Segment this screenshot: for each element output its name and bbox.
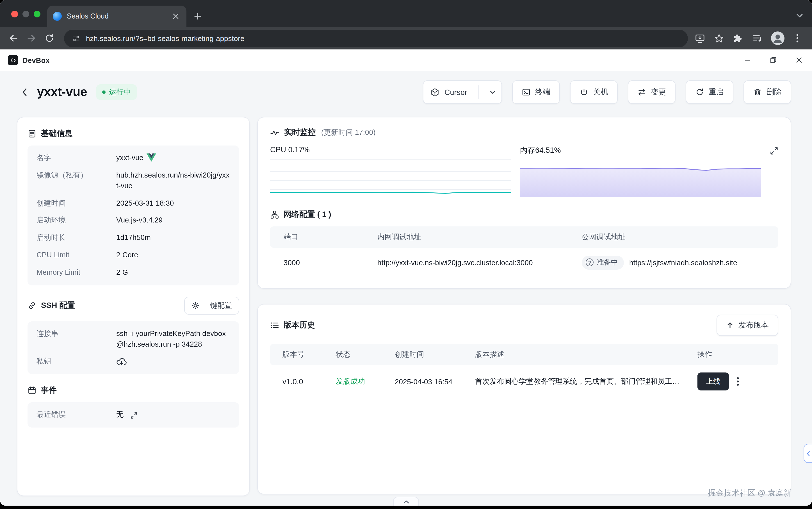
list-icon bbox=[270, 321, 279, 330]
version-history-card: 版本历史 发布版本 版本号 状态 创建时间 版本描述 操作 v1.0.0 bbox=[257, 304, 791, 495]
info-label: 私钥 bbox=[36, 357, 116, 367]
terminal-button[interactable]: 终端 bbox=[512, 80, 560, 104]
bookmark-star-icon[interactable] bbox=[714, 33, 725, 43]
vue-logo-icon bbox=[147, 154, 156, 162]
install-app-icon[interactable] bbox=[695, 33, 705, 43]
column-port: 端口 bbox=[284, 232, 377, 242]
expand-icon[interactable] bbox=[130, 411, 138, 419]
public-address-link[interactable]: https://jsjtswfniadh.sealoshzh.site bbox=[629, 258, 737, 267]
network-table: 端口 内网调试地址 公网调试地址 3000 http://yxxt-vue.ns… bbox=[270, 227, 778, 277]
url-text: hzh.sealos.run/?s=bd-sealos-marketing-ap… bbox=[86, 34, 244, 42]
devbox-title-bar: DevBox bbox=[0, 49, 812, 71]
side-panel-handle[interactable] bbox=[804, 444, 812, 463]
devbox-minimize-button[interactable] bbox=[735, 49, 760, 71]
profile-avatar[interactable] bbox=[771, 31, 784, 45]
column-description: 版本描述 bbox=[475, 349, 698, 360]
info-label: 连接串 bbox=[36, 329, 116, 350]
minimize-window-button[interactable] bbox=[23, 11, 29, 18]
ssh-connection-string: ssh -i yourPrivateKeyPath devbox@hzh.sea… bbox=[116, 329, 230, 350]
devbox-logo-icon bbox=[8, 55, 18, 65]
info-row: 最近错误 无 bbox=[36, 410, 230, 420]
back-button[interactable] bbox=[4, 29, 23, 47]
cursor-cube-icon bbox=[430, 88, 440, 97]
expand-monitor-icon[interactable] bbox=[770, 147, 778, 155]
column-public-address: 公网调试地址 bbox=[582, 232, 765, 242]
chevron-down-icon bbox=[489, 90, 496, 94]
new-tab-button[interactable] bbox=[190, 8, 206, 24]
delete-button[interactable]: 删除 bbox=[743, 80, 791, 104]
page-back-button[interactable] bbox=[17, 84, 33, 100]
go-online-button[interactable]: 上线 bbox=[698, 372, 729, 391]
version-table-row: v1.0.0 发版成功 2025-04-03 16:54 首次发布圆心学堂教务管… bbox=[270, 365, 778, 398]
extensions-icon[interactable] bbox=[733, 33, 743, 43]
chevron-left-icon bbox=[20, 87, 30, 97]
shutdown-button[interactable]: 关机 bbox=[570, 80, 618, 104]
row-menu-icon[interactable] bbox=[737, 377, 739, 386]
address-bar[interactable]: hzh.sealos.run/?s=bd-sealos-marketing-ap… bbox=[64, 30, 688, 47]
cloud-download-icon[interactable] bbox=[116, 357, 127, 367]
info-label: 名字 bbox=[36, 153, 116, 164]
info-row: 启动环境 Vue.js-v3.4.29 bbox=[36, 215, 230, 226]
network-icon bbox=[270, 210, 279, 219]
basic-info-box: 名字 yxxt-vue 镜像源（私有） hub.hzh.sealos.run/n… bbox=[28, 145, 239, 285]
publish-version-label: 发布版本 bbox=[738, 320, 769, 330]
fullscreen-window-button[interactable] bbox=[34, 11, 40, 18]
gear-icon bbox=[191, 302, 199, 310]
ssh-config-title: SSH 配置 bbox=[41, 301, 75, 311]
cursor-button-label: Cursor bbox=[445, 88, 467, 96]
collapse-panel-handle[interactable] bbox=[393, 497, 419, 506]
browser-tab[interactable]: Sealos Cloud bbox=[47, 6, 186, 27]
info-label: 启动时长 bbox=[36, 233, 116, 243]
delete-button-label: 删除 bbox=[767, 87, 782, 97]
media-controls-icon[interactable] bbox=[752, 33, 763, 43]
cursor-button-main[interactable]: Cursor bbox=[424, 81, 474, 103]
tab-search-button[interactable] bbox=[796, 10, 803, 20]
terminal-icon bbox=[522, 88, 531, 97]
power-icon bbox=[579, 88, 589, 97]
upload-arrow-icon bbox=[726, 321, 734, 329]
devbox-close-button[interactable] bbox=[786, 49, 812, 71]
close-window-button[interactable] bbox=[11, 11, 18, 18]
forward-button[interactable] bbox=[23, 29, 40, 47]
info-row: 镜像源（私有） hub.hzh.sealos.run/ns-biwi20jg/y… bbox=[36, 170, 230, 191]
swap-arrows-icon bbox=[637, 88, 646, 97]
change-config-button[interactable]: 变更 bbox=[628, 80, 675, 104]
document-icon bbox=[28, 129, 36, 138]
info-value: 1d17h50m bbox=[116, 233, 151, 243]
info-label: Memory Limit bbox=[36, 267, 116, 278]
publish-version-button[interactable]: 发布版本 bbox=[716, 315, 778, 336]
ide-select-caret[interactable] bbox=[484, 81, 501, 103]
info-value: hub.hzh.sealos.run/ns-biwi20jg/yxxt-vue bbox=[116, 170, 230, 191]
restart-button[interactable]: 重启 bbox=[686, 80, 733, 104]
open-in-ide-button[interactable]: Cursor bbox=[423, 80, 502, 104]
chevron-left-icon bbox=[806, 450, 810, 456]
cpu-usage-label: CPU 0.17% bbox=[270, 145, 511, 160]
memory-chart bbox=[520, 162, 761, 197]
status-badge-label: 运行中 bbox=[109, 87, 131, 97]
devbox-window-title: DevBox bbox=[23, 56, 50, 64]
info-value: Vue.js-v3.4.29 bbox=[116, 215, 163, 226]
question-circle-icon: ? bbox=[586, 259, 594, 266]
browser-toolbar: hzh.sealos.run/?s=bd-sealos-marketing-ap… bbox=[0, 27, 812, 49]
public-status-label: 准备中 bbox=[597, 258, 618, 267]
site-settings-icon[interactable] bbox=[72, 34, 80, 42]
tab-close-icon[interactable] bbox=[171, 11, 181, 21]
network-config-title: 网络配置 ( 1 ) bbox=[284, 209, 331, 220]
devbox-restore-button[interactable] bbox=[760, 49, 786, 71]
reload-button[interactable] bbox=[40, 29, 59, 47]
browser-window: Sealos Cloud bbox=[0, 0, 812, 506]
ssh-one-click-config-button[interactable]: 一键配置 bbox=[184, 297, 239, 315]
cpu-chart bbox=[270, 161, 511, 196]
info-row: 启动时长 1d17h50m bbox=[36, 233, 230, 243]
ssh-info-box: 连接串 ssh -i yourPrivateKeyPath devbox@hzh… bbox=[28, 321, 239, 374]
public-address-status-badge: ? 准备中 bbox=[582, 256, 624, 269]
network-table-row: 3000 http://yxxt-vue.ns-biwi20jg.svc.clu… bbox=[270, 248, 778, 277]
monitor-card: 实时监控 (更新时间 17:00) CPU 0.17% bbox=[257, 117, 791, 289]
chevron-down-icon bbox=[796, 13, 803, 18]
info-label: 最近错误 bbox=[36, 410, 116, 420]
forward-arrow-icon bbox=[26, 33, 37, 44]
button-divider bbox=[479, 86, 479, 99]
network-table-header: 端口 内网调试地址 公网调试地址 bbox=[270, 227, 778, 248]
page-title: yxxt-vue bbox=[37, 85, 87, 99]
browser-menu-icon[interactable] bbox=[793, 34, 802, 43]
